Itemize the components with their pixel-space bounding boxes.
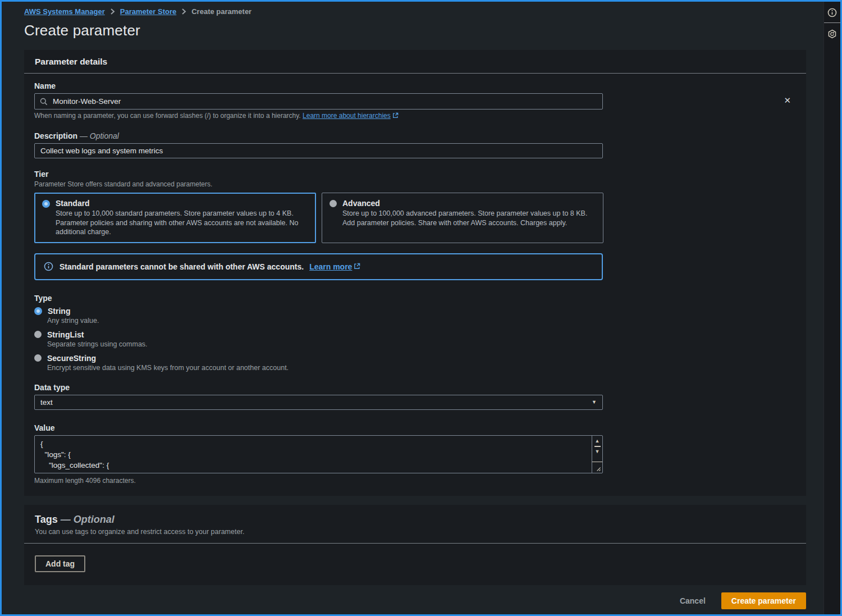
tools-sidebar <box>823 2 840 614</box>
tags-title: Tags — Optional <box>35 514 795 526</box>
tier-standard-title: Standard <box>56 199 308 208</box>
info-panel-button[interactable] <box>827 8 837 17</box>
type-stringlist-title: StringList <box>47 330 84 339</box>
hierarchies-link[interactable]: Learn more about hierarchies <box>303 112 391 120</box>
tier-advanced-desc: Store up to 100,000 advanced parameters.… <box>342 209 596 227</box>
tier-option-standard[interactable]: Standard Store up to 10,000 standard par… <box>34 193 316 243</box>
name-label: Name <box>34 81 796 90</box>
panel-header: Parameter details <box>24 50 806 74</box>
form-actions: Cancel Create parameter <box>24 592 806 609</box>
resize-handle[interactable] <box>592 462 602 473</box>
external-link-icon <box>354 262 360 272</box>
description-label-text: Description <box>34 131 77 140</box>
scroll-up-icon[interactable]: ▲ <box>595 439 600 444</box>
tier-subtitle: Parameter Store offers standard and adva… <box>34 180 796 188</box>
type-securestring-radio-row[interactable]: SecureString <box>34 354 796 363</box>
tier-standard-desc: Store up to 10,000 standard parameters. … <box>56 209 308 237</box>
panel-title: Parameter details <box>35 57 795 67</box>
tier-label: Tier <box>34 170 796 179</box>
tier-advanced-title: Advanced <box>342 199 596 208</box>
parameter-details-panel: Parameter details Name ✕ When naming a p… <box>24 50 806 496</box>
cancel-button[interactable]: Cancel <box>680 596 706 605</box>
main-content: AWS Systems Manager Parameter Store Crea… <box>24 7 806 609</box>
value-field: Value { "logs": { "logs_collected": { ▲ … <box>34 423 796 485</box>
type-stringlist-radio-row[interactable]: StringList <box>34 330 796 339</box>
add-tag-button[interactable]: Add tag <box>35 555 85 572</box>
clear-icon[interactable]: ✕ <box>784 95 791 106</box>
scroll-down-icon[interactable]: ▼ <box>595 449 600 454</box>
scrollbar-thumb[interactable] <box>594 446 601 447</box>
resize-grip-icon <box>595 466 601 472</box>
tags-title-text: Tags <box>35 514 58 525</box>
banner-learn-more-link[interactable]: Learn more <box>309 262 352 271</box>
type-string-title: String <box>48 307 70 316</box>
tier-field: Tier Parameter Store offers standard and… <box>34 170 796 243</box>
type-securestring-desc: Encrypt sensitive data using KMS keys fr… <box>47 364 796 372</box>
page-title: Create parameter <box>24 22 806 39</box>
type-stringlist-desc: Separate strings using commas. <box>47 340 796 348</box>
description-input[interactable] <box>34 143 603 158</box>
info-icon <box>44 262 53 271</box>
value-help: Maximum length 4096 characters. <box>34 477 796 485</box>
breadcrumb: AWS Systems Manager Parameter Store Crea… <box>24 7 806 16</box>
type-string-desc: Any string value. <box>47 317 796 325</box>
breadcrumb-link-systems-manager[interactable]: AWS Systems Manager <box>24 7 105 16</box>
value-text[interactable]: { "logs": { "logs_collected": { <box>35 436 602 473</box>
name-input[interactable] <box>34 93 603 109</box>
radio-selected-icon[interactable] <box>42 200 50 208</box>
radio-selected-icon[interactable] <box>34 307 42 315</box>
name-help-text: When naming a parameter, you can use for… <box>34 112 796 120</box>
type-option-securestring: SecureString Encrypt sensitive data usin… <box>34 354 796 372</box>
radio-unselected-icon[interactable] <box>34 354 42 362</box>
breadcrumb-current: Create parameter <box>191 7 251 16</box>
data-type-label: Data type <box>34 383 796 392</box>
radio-unselected-icon[interactable] <box>34 331 42 338</box>
type-securestring-title: SecureString <box>47 354 96 363</box>
tags-subtitle: You can use tags to organize and restric… <box>35 528 795 536</box>
chevron-right-icon <box>181 8 186 15</box>
type-option-stringlist: StringList Separate strings using commas… <box>34 330 796 348</box>
radio-unselected-icon[interactable] <box>330 200 337 207</box>
value-label: Value <box>34 423 796 432</box>
name-field: Name ✕ When naming a parameter, you can … <box>34 81 796 120</box>
name-help: When naming a parameter, you can use for… <box>34 112 301 120</box>
type-option-string: String Any string value. <box>34 307 796 325</box>
data-type-value: text <box>40 398 53 407</box>
breadcrumb-link-parameter-store[interactable]: Parameter Store <box>120 7 176 16</box>
type-label: Type <box>34 294 796 303</box>
description-label: Description — Optional <box>34 131 796 140</box>
external-link-icon <box>392 112 399 120</box>
description-optional: — Optional <box>80 131 119 140</box>
description-field: Description — Optional <box>34 131 796 158</box>
standard-tier-info-banner: Standard parameters cannot be shared wit… <box>34 253 603 280</box>
value-textarea[interactable]: { "logs": { "logs_collected": { ▲ ▼ <box>34 435 603 473</box>
hexagon-refresh-icon <box>827 29 837 39</box>
banner-text: Standard parameters cannot be shared wit… <box>60 262 304 271</box>
type-string-radio-row[interactable]: String <box>34 307 796 316</box>
data-type-field: Data type text ▼ <box>34 383 796 410</box>
info-icon <box>827 8 837 17</box>
quick-setup-panel-button[interactable] <box>827 29 837 39</box>
chevron-down-icon: ▼ <box>592 399 597 405</box>
tags-optional: — Optional <box>61 514 115 525</box>
data-type-select[interactable]: text ▼ <box>34 395 603 410</box>
tags-panel: Tags — Optional You can use tags to orga… <box>24 505 806 585</box>
chevron-right-icon <box>110 8 115 15</box>
type-field: Type String Any string value. StringList <box>34 294 796 372</box>
search-icon <box>39 97 48 108</box>
sidebar-divider <box>824 22 840 23</box>
tier-option-advanced[interactable]: Advanced Store up to 100,000 advanced pa… <box>322 193 603 243</box>
create-parameter-button[interactable]: Create parameter <box>721 592 806 609</box>
